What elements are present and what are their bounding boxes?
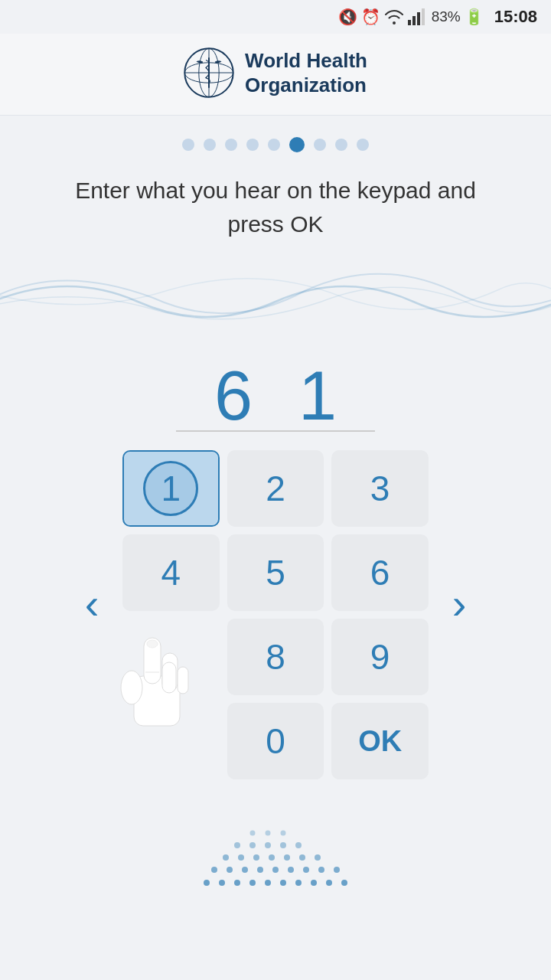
svg-point-30 (227, 867, 233, 873)
key-6[interactable]: 6 (331, 534, 429, 611)
key-1[interactable]: 1 (122, 450, 220, 527)
svg-point-39 (238, 854, 244, 861)
dot-5 (268, 139, 280, 151)
svg-point-20 (219, 880, 225, 886)
wave-visualization (0, 248, 551, 348)
svg-point-17 (147, 640, 158, 648)
digit-display-wrapper: 6 1 (0, 348, 551, 432)
svg-point-28 (341, 880, 347, 886)
svg-rect-15 (178, 667, 188, 694)
bottom-decoration: // Generate dots in JS (0, 795, 551, 887)
svg-point-25 (295, 880, 302, 886)
svg-point-31 (242, 867, 248, 873)
svg-point-27 (326, 880, 332, 886)
svg-point-33 (272, 867, 279, 873)
keypad-container: ‹ 1 2 3 4 5 6 7 8 9 0 OK (0, 432, 551, 779)
wifi-icon (384, 8, 404, 25)
digit-display: 6 1 (122, 348, 429, 430)
dot-4 (246, 139, 259, 151)
svg-point-44 (315, 854, 321, 861)
key-3[interactable]: 3 (331, 450, 429, 527)
svg-point-32 (257, 867, 263, 873)
svg-point-43 (299, 854, 305, 861)
who-logo: World Health Organization (184, 47, 367, 98)
mute-icon: 🔇 (338, 8, 357, 26)
app-header: World Health Organization (0, 34, 551, 116)
alarm-icon: ⏰ (361, 8, 380, 26)
svg-point-24 (280, 880, 286, 886)
instruction-text: Enter what you hear on the keypad and pr… (0, 166, 551, 240)
keypad: 1 2 3 4 5 6 7 8 9 0 OK (122, 450, 429, 779)
svg-point-26 (311, 880, 317, 886)
svg-rect-1 (412, 16, 416, 25)
svg-point-29 (211, 867, 217, 873)
key-0[interactable]: 0 (227, 703, 324, 779)
battery-percentage: 83% (432, 8, 461, 25)
dot-8 (335, 139, 347, 151)
svg-point-50 (250, 831, 256, 836)
svg-point-36 (318, 867, 324, 873)
svg-rect-0 (408, 20, 411, 25)
dot-7 (314, 139, 326, 151)
svg-rect-12 (144, 638, 161, 684)
status-icons: 🔇 ⏰ 83% 🔋 (338, 8, 484, 26)
who-emblem-icon (184, 47, 234, 98)
svg-point-22 (249, 880, 256, 886)
key-empty (122, 703, 220, 779)
key-4[interactable]: 4 (122, 534, 220, 611)
svg-rect-14 (162, 662, 176, 693)
dot-9 (357, 139, 369, 151)
svg-point-21 (234, 880, 240, 886)
svg-point-41 (269, 854, 275, 861)
dot-2 (204, 139, 216, 151)
digit-first: 6 (214, 361, 253, 430)
key-5[interactable]: 5 (227, 534, 324, 611)
svg-point-37 (334, 867, 340, 873)
svg-rect-13 (162, 653, 178, 691)
battery-icon: 🔋 (465, 8, 484, 26)
key-8[interactable]: 8 (227, 619, 324, 695)
svg-point-40 (253, 854, 259, 861)
next-arrow[interactable]: › (429, 579, 490, 652)
key-ok[interactable]: OK (331, 703, 429, 779)
svg-point-35 (303, 867, 309, 873)
pagination-dots (0, 116, 551, 166)
svg-point-49 (295, 842, 302, 848)
signal-icon (408, 8, 428, 25)
svg-point-19 (204, 880, 210, 886)
status-time: 15:08 (494, 7, 537, 27)
svg-point-48 (280, 842, 286, 848)
key-2[interactable]: 2 (227, 450, 324, 527)
svg-point-47 (265, 842, 271, 848)
svg-point-51 (266, 831, 271, 836)
status-bar: 🔇 ⏰ 83% 🔋 15:08 (0, 0, 551, 34)
dot-1 (182, 139, 194, 151)
prev-arrow[interactable]: ‹ (61, 579, 122, 652)
svg-point-45 (234, 842, 240, 848)
svg-point-42 (284, 854, 290, 861)
svg-point-11 (121, 671, 142, 704)
key-9[interactable]: 9 (331, 619, 429, 695)
digit-second: 1 (298, 361, 337, 430)
org-name: World Health Organization (245, 48, 367, 98)
svg-rect-3 (422, 8, 425, 25)
dot-3 (225, 139, 237, 151)
svg-point-46 (249, 842, 256, 848)
svg-rect-2 (417, 12, 420, 25)
svg-point-52 (281, 831, 286, 836)
svg-point-23 (265, 880, 271, 886)
svg-point-18 (168, 810, 383, 887)
dot-6 (289, 137, 305, 152)
svg-point-34 (288, 867, 294, 873)
svg-point-38 (223, 854, 229, 861)
